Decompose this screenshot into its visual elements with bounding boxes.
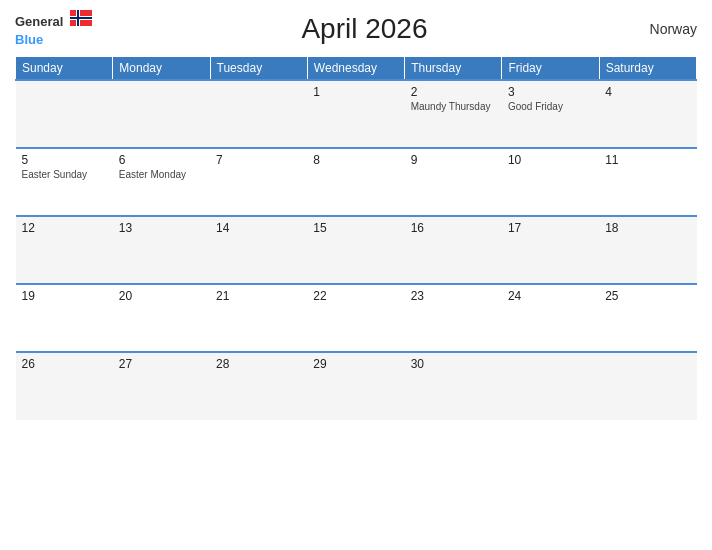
- calendar-cell: 10: [502, 148, 599, 216]
- day-number: 30: [411, 357, 496, 371]
- calendar-cell: [113, 80, 210, 148]
- day-number: 25: [605, 289, 690, 303]
- calendar-week-row: 12Maundy Thursday3Good Friday4: [16, 80, 697, 148]
- calendar-cell: [502, 352, 599, 420]
- calendar-week-row: 19202122232425: [16, 284, 697, 352]
- day-number: 3: [508, 85, 593, 99]
- calendar-cell: 18: [599, 216, 696, 284]
- day-number: 16: [411, 221, 496, 235]
- day-number: 29: [313, 357, 398, 371]
- day-number: 22: [313, 289, 398, 303]
- calendar-cell: 20: [113, 284, 210, 352]
- calendar-cell: 7: [210, 148, 307, 216]
- calendar-cell: 8: [307, 148, 404, 216]
- logo-general-text: General: [15, 10, 92, 30]
- calendar-cell: 13: [113, 216, 210, 284]
- calendar-cell: 14: [210, 216, 307, 284]
- weekday-header: Monday: [113, 57, 210, 81]
- calendar-cell: 30: [405, 352, 502, 420]
- calendar-cell: 28: [210, 352, 307, 420]
- calendar-cell: [16, 80, 113, 148]
- weekday-header: Thursday: [405, 57, 502, 81]
- day-number: 1: [313, 85, 398, 99]
- logo: General Blue: [15, 10, 92, 48]
- calendar-cell: 9: [405, 148, 502, 216]
- calendar-cell: 19: [16, 284, 113, 352]
- calendar-cell: 22: [307, 284, 404, 352]
- day-number: 26: [22, 357, 107, 371]
- holiday-label: Good Friday: [508, 101, 593, 112]
- calendar-cell: 5Easter Sunday: [16, 148, 113, 216]
- calendar-cell: 3Good Friday: [502, 80, 599, 148]
- day-number: 15: [313, 221, 398, 235]
- day-number: 2: [411, 85, 496, 99]
- calendar-body: 12Maundy Thursday3Good Friday45Easter Su…: [16, 80, 697, 420]
- calendar-week-row: 2627282930: [16, 352, 697, 420]
- day-number: 12: [22, 221, 107, 235]
- calendar-week-row: 5Easter Sunday6Easter Monday7891011: [16, 148, 697, 216]
- calendar-cell: 1: [307, 80, 404, 148]
- calendar-cell: 27: [113, 352, 210, 420]
- day-number: 11: [605, 153, 690, 167]
- holiday-label: Maundy Thursday: [411, 101, 496, 112]
- day-number: 21: [216, 289, 301, 303]
- day-number: 27: [119, 357, 204, 371]
- day-number: 14: [216, 221, 301, 235]
- calendar-cell: 21: [210, 284, 307, 352]
- day-number: 20: [119, 289, 204, 303]
- calendar-cell: 15: [307, 216, 404, 284]
- weekday-header-row: SundayMondayTuesdayWednesdayThursdayFrid…: [16, 57, 697, 81]
- calendar-header: SundayMondayTuesdayWednesdayThursdayFrid…: [16, 57, 697, 81]
- weekday-header: Saturday: [599, 57, 696, 81]
- day-number: 28: [216, 357, 301, 371]
- calendar-cell: 24: [502, 284, 599, 352]
- calendar-cell: [599, 352, 696, 420]
- calendar-cell: 2Maundy Thursday: [405, 80, 502, 148]
- calendar-cell: 16: [405, 216, 502, 284]
- calendar-week-row: 12131415161718: [16, 216, 697, 284]
- day-number: 9: [411, 153, 496, 167]
- calendar-cell: [210, 80, 307, 148]
- country-label: Norway: [637, 21, 697, 37]
- day-number: 23: [411, 289, 496, 303]
- day-number: 24: [508, 289, 593, 303]
- day-number: 7: [216, 153, 301, 167]
- calendar-cell: 29: [307, 352, 404, 420]
- holiday-label: Easter Sunday: [22, 169, 107, 180]
- flag-icon: [70, 10, 92, 26]
- weekday-header: Friday: [502, 57, 599, 81]
- calendar-table: SundayMondayTuesdayWednesdayThursdayFrid…: [15, 56, 697, 420]
- calendar-cell: 17: [502, 216, 599, 284]
- header: General Blue April 2026 Norway: [15, 10, 697, 48]
- day-number: 4: [605, 85, 690, 99]
- holiday-label: Easter Monday: [119, 169, 204, 180]
- day-number: 10: [508, 153, 593, 167]
- calendar-cell: 26: [16, 352, 113, 420]
- calendar-cell: 6Easter Monday: [113, 148, 210, 216]
- weekday-header: Wednesday: [307, 57, 404, 81]
- weekday-header: Tuesday: [210, 57, 307, 81]
- svg-rect-4: [70, 17, 92, 19]
- calendar-cell: 11: [599, 148, 696, 216]
- day-number: 5: [22, 153, 107, 167]
- calendar-cell: 25: [599, 284, 696, 352]
- calendar-cell: 4: [599, 80, 696, 148]
- day-number: 18: [605, 221, 690, 235]
- calendar-cell: 23: [405, 284, 502, 352]
- page: General Blue April 2026 Norway: [0, 0, 712, 550]
- day-number: 8: [313, 153, 398, 167]
- calendar-cell: 12: [16, 216, 113, 284]
- calendar-title: April 2026: [92, 13, 637, 45]
- day-number: 13: [119, 221, 204, 235]
- day-number: 6: [119, 153, 204, 167]
- day-number: 19: [22, 289, 107, 303]
- logo-blue-text: Blue: [15, 30, 92, 48]
- day-number: 17: [508, 221, 593, 235]
- weekday-header: Sunday: [16, 57, 113, 81]
